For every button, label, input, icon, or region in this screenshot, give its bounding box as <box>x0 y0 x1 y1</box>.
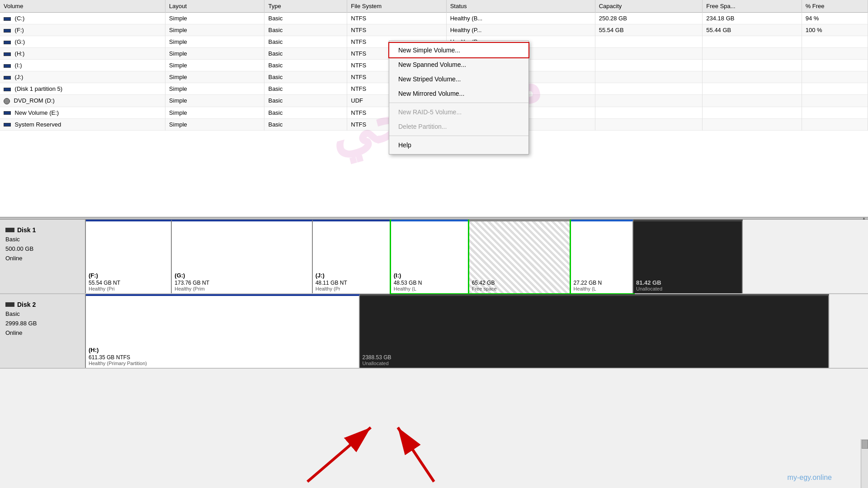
cell-layout: Simple <box>165 95 264 107</box>
bottom-watermark: my-egy.online <box>788 474 832 482</box>
part-label: (H:) <box>89 347 356 353</box>
cell-freespace <box>703 48 802 60</box>
cell-volume: (J:) <box>0 71 165 83</box>
cell-freespace: 55.44 GB <box>703 24 802 36</box>
table-row[interactable]: (C:) Simple Basic NTFS Healthy (B... 250… <box>0 13 868 24</box>
part-status: Healthy (L <box>394 286 466 291</box>
context-menu-item-2[interactable]: New Striped Volume... <box>389 72 528 86</box>
disk1-partition-0[interactable]: (F:)55.54 GB NTHealthy (Pri <box>86 220 172 293</box>
part-size: 48.53 GB N <box>394 280 466 286</box>
cell-capacity <box>595 71 703 83</box>
disk-panel: Disk 1 Basic 500.00 GB Online (F:)55.54 … <box>0 220 868 488</box>
cell-layout: Simple <box>165 36 264 48</box>
context-menu-item-6[interactable]: Help <box>389 138 528 152</box>
cell-type: Basic <box>264 13 347 24</box>
disk1-label: Disk 1 Basic 500.00 GB Online <box>0 220 86 293</box>
cell-type: Basic <box>264 24 347 36</box>
part-status: Healthy (Prim <box>175 286 309 291</box>
part-label: (J:) <box>316 272 387 279</box>
disk1-partition-1[interactable]: (G:)173.76 GB NTHealthy (Prim <box>172 220 312 293</box>
cell-percentfree: 94 % <box>802 13 868 24</box>
cell-volume: (I:) <box>0 60 165 71</box>
part-status: Healthy (L <box>574 286 630 291</box>
part-status: Unallocated <box>636 286 739 291</box>
cell-type: Basic <box>264 60 347 71</box>
table-header-row: Volume Layout Type File System Status Ca… <box>0 0 868 13</box>
cell-status: Healthy (B... <box>446 13 595 24</box>
col-header-percentfree[interactable]: % Free <box>802 0 868 13</box>
disk2-icon <box>5 302 14 307</box>
cell-percentfree <box>802 36 868 48</box>
part-status: Free space <box>472 286 567 291</box>
cell-layout: Simple <box>165 60 264 71</box>
cell-capacity <box>595 107 703 118</box>
cell-volume: DVD_ROM (D:) <box>0 95 165 107</box>
cell-freespace <box>703 83 802 95</box>
cell-type: Basic <box>264 48 347 60</box>
disk2-name: Disk 2 <box>5 300 80 310</box>
col-header-type[interactable]: Type <box>264 0 347 13</box>
part-size: 611.35 GB NTFS <box>89 354 356 361</box>
context-menu-item-4: New RAID-5 Volume... <box>389 105 528 119</box>
context-menu-item-3[interactable]: New Mirrored Volume... <box>389 86 528 101</box>
cell-freespace <box>703 95 802 107</box>
part-size: 27.22 GB N <box>574 280 630 286</box>
cell-volume: (G:) <box>0 36 165 48</box>
scrollbar-thumb[interactable] <box>862 440 868 449</box>
cell-type: Basic <box>264 71 347 83</box>
cell-percentfree <box>802 60 868 71</box>
cell-percentfree <box>802 71 868 83</box>
context-menu-item-0[interactable]: New Simple Volume... <box>389 43 528 57</box>
disk2-partition-1[interactable]: 2388.53 GBUnallocated <box>360 294 829 368</box>
disk1-partition-2[interactable]: (J:)48.11 GB NTHealthy (Pr <box>313 220 391 293</box>
col-header-freespace[interactable]: Free Spa... <box>703 0 802 13</box>
cell-capacity: 250.28 GB <box>595 13 703 24</box>
context-menu: New Simple Volume...New Spanned Volume..… <box>389 41 529 155</box>
part-size: 173.76 GB NT <box>175 280 309 286</box>
disk1-row: Disk 1 Basic 500.00 GB Online (F:)55.54 … <box>0 220 868 294</box>
disk1-icon <box>5 228 14 232</box>
cell-volume: System Reserved <box>0 118 165 130</box>
part-label: (F:) <box>89 272 168 279</box>
disk1-partition-5[interactable]: 27.22 GB NHealthy (L <box>571 220 633 293</box>
cell-percentfree <box>802 95 868 107</box>
part-status: Unallocated <box>363 361 826 366</box>
part-label: (G:) <box>175 272 309 279</box>
cell-percentfree: 100 % <box>802 24 868 36</box>
col-header-capacity[interactable]: Capacity <box>595 0 703 13</box>
part-size: 2388.53 GB <box>363 354 826 361</box>
svg-line-1 <box>307 427 371 482</box>
disk1-partition-6[interactable]: 81.42 GBUnallocated <box>633 220 743 293</box>
cell-fs: NTFS <box>347 13 446 24</box>
part-size: 48.11 GB NT <box>316 280 387 286</box>
cell-layout: Simple <box>165 48 264 60</box>
part-status: Healthy (Pr <box>316 286 387 291</box>
disk1-partition-3[interactable]: (I:)48.53 GB NHealthy (L <box>391 220 469 293</box>
scrollbar[interactable] <box>861 439 868 488</box>
context-menu-divider <box>389 136 528 136</box>
cell-percentfree <box>802 48 868 60</box>
cell-layout: Simple <box>165 24 264 36</box>
disk1-partition-4[interactable]: 65.42 GBFree space <box>469 220 571 293</box>
part-label: 81.42 GB <box>636 279 739 286</box>
part-size: 55.54 GB NT <box>89 280 168 286</box>
disk2-label: Disk 2 Basic 2999.88 GB Online <box>0 294 86 368</box>
cell-layout: Simple <box>165 118 264 130</box>
context-menu-divider <box>389 103 528 103</box>
disk2-partition-0[interactable]: (H:)611.35 GB NTFSHealthy (Primary Parti… <box>86 294 360 368</box>
col-header-volume[interactable]: Volume <box>0 0 165 13</box>
cell-type: Basic <box>264 118 347 130</box>
context-menu-item-1[interactable]: New Spanned Volume... <box>389 57 528 72</box>
col-header-layout[interactable]: Layout <box>165 0 264 13</box>
context-menu-item-5: Delete Partition... <box>389 119 528 134</box>
disk2-row: Disk 2 Basic 2999.88 GB Online (H:)611.3… <box>0 294 868 369</box>
col-header-status[interactable]: Status <box>446 0 595 13</box>
part-status: Healthy (Primary Partition) <box>89 361 356 366</box>
col-header-fs[interactable]: File System <box>347 0 446 13</box>
table-row[interactable]: (F:) Simple Basic NTFS Healthy (P... 55.… <box>0 24 868 36</box>
cell-percentfree <box>802 107 868 118</box>
part-status: Healthy (Pri <box>89 286 168 291</box>
part-label: (I:) <box>394 272 466 279</box>
cell-freespace <box>703 71 802 83</box>
cell-volume: New Volume (E:) <box>0 107 165 118</box>
